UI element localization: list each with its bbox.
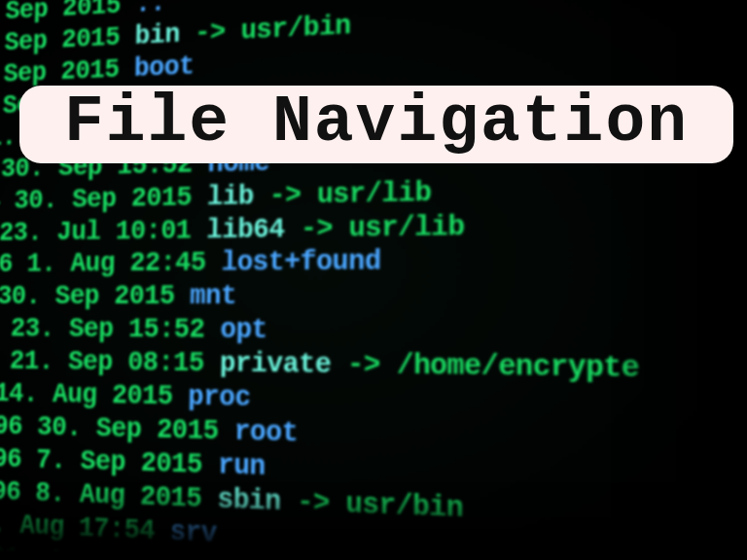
entry-name: opt (220, 315, 267, 346)
entry-name: mnt (190, 281, 236, 311)
row-meta: 096 1. Aug 22:45 (0, 248, 222, 279)
entry-name: run (218, 450, 266, 483)
row-meta: 22 21. Sep 08:15 (0, 346, 220, 379)
row-meta: . Sep 2015 (0, 22, 135, 59)
symlink-arrow: -> (179, 17, 240, 50)
symlink-arrow: -> (331, 350, 397, 382)
row-meta: 54 30. Sep 2015 (0, 182, 207, 216)
symlink-target: /home/encrypte (397, 350, 640, 385)
row-meta: 16 23. Sep 15:52 (0, 314, 221, 345)
symlink-target: usr/lib (348, 211, 464, 244)
entry-name: sys (200, 552, 248, 560)
symlink-name: bin (134, 19, 180, 51)
symlink-name: lib (207, 181, 254, 212)
symlink-name: sbin (217, 484, 281, 518)
symlink-arrow: -> (280, 486, 345, 520)
entry-name: proc (188, 382, 251, 414)
symlink-target: usr/lib (317, 177, 432, 210)
row-meta: 8 23. Jul 10:01 (0, 215, 207, 248)
symlink-arrow: -> (284, 213, 348, 245)
entry-name: boot (133, 52, 194, 84)
title-banner: File Navigation (19, 86, 733, 163)
symlink-arrow: -> (253, 180, 317, 212)
symlink-target: usr/bin (240, 11, 351, 47)
entry-name: srv (169, 516, 217, 549)
listing-row: 6 30. Sep 2015 mnt (0, 278, 747, 316)
symlink-target: usr/bin (345, 488, 463, 525)
row-meta: 6 30. Sep 2015 (0, 282, 190, 312)
entry-name: lost+found (221, 247, 381, 279)
title-text: File Navigation (64, 85, 689, 159)
row-meta: 4096 7. Sep 2015 (0, 443, 218, 481)
row-meta: 23. Aug 17:54 (0, 508, 170, 547)
row-meta: 0 14. Aug 2015 (0, 378, 189, 412)
row-meta: 4096 30. Sep 2015 (0, 411, 234, 448)
symlink-name: lib64 (206, 214, 285, 245)
entry-name: root (233, 416, 298, 449)
entry-name: .. (135, 0, 165, 19)
symlink-name: private (220, 349, 332, 381)
